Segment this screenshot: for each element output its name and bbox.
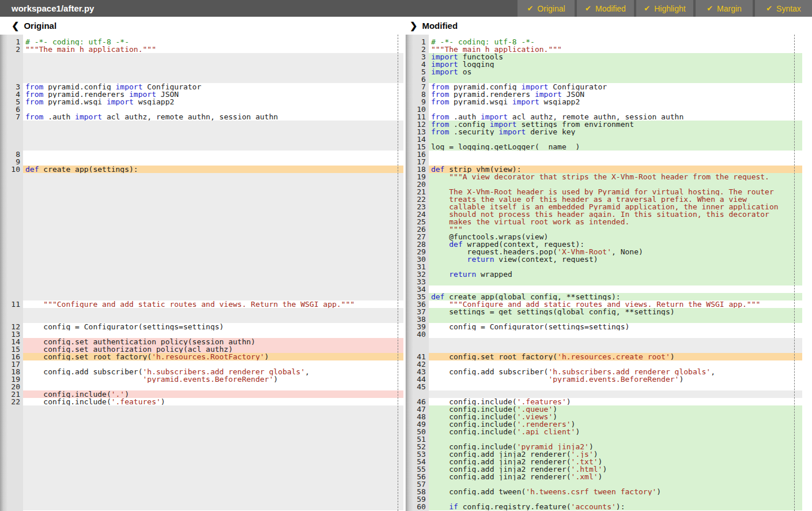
line-number xyxy=(0,233,23,241)
code-line: import logging xyxy=(429,61,802,68)
line-number xyxy=(0,405,23,413)
filler-line xyxy=(429,345,802,353)
filler-line xyxy=(23,248,403,256)
toggle-label: Margin xyxy=(717,4,742,13)
code-line: def create_app(settings): xyxy=(23,166,403,173)
line-number xyxy=(0,248,23,256)
line-number xyxy=(0,458,23,465)
filler-line xyxy=(23,488,403,495)
line-number xyxy=(406,338,429,345)
line-number: 40 xyxy=(406,330,429,338)
line-number xyxy=(0,308,23,315)
code-line: config.include('pyramid_jinja2') xyxy=(429,443,802,450)
line-number xyxy=(0,128,23,136)
code-line: makes the virtual root work as intended. xyxy=(429,218,802,226)
filler-line xyxy=(23,226,403,233)
toggle-modified-button[interactable]: ✔ Modified xyxy=(577,0,634,17)
toggle-margin-button[interactable]: ✔ Margin xyxy=(696,0,753,17)
code-line xyxy=(429,360,802,368)
code-line: """The main h application.""" xyxy=(429,46,802,53)
code-line xyxy=(429,383,802,390)
code-line: config.include('.api_client') xyxy=(429,428,802,435)
original-line-number-gutter: 12345678910111213141516171819202122 xyxy=(0,35,23,511)
toggle-syntax-button[interactable]: ✔ Syntax xyxy=(755,0,812,17)
line-number xyxy=(0,136,23,143)
code-line: from .auth import acl_authz, remote_auth… xyxy=(429,113,802,121)
filler-line xyxy=(23,413,403,420)
line-number xyxy=(0,173,23,181)
code-line: """Configure and add static routes and v… xyxy=(23,300,403,308)
filler-line xyxy=(23,188,403,196)
code-line: settings = get_settings(global_config, *… xyxy=(429,308,802,315)
filler-line xyxy=(23,270,403,278)
pane-headers: ❮ Original ❯ Modified xyxy=(0,17,812,35)
code-line: config.include('.queue') xyxy=(429,405,802,413)
filler-line xyxy=(23,480,403,488)
filler-line xyxy=(23,308,403,315)
code-line: from .config import settings_from_enviro… xyxy=(429,121,802,128)
code-line: """A view decorator that strips the X-Vh… xyxy=(429,173,802,181)
line-number xyxy=(0,218,23,226)
code-line: config = Configurator(settings=settings) xyxy=(23,323,403,330)
code-line: """The main h application.""" xyxy=(23,46,403,53)
filler-line xyxy=(23,121,403,128)
filler-line xyxy=(23,315,403,323)
code-line: return wrapped xyxy=(429,270,802,278)
line-number xyxy=(0,263,23,270)
line-number xyxy=(0,488,23,495)
filler-line xyxy=(23,241,403,248)
code-line: from .auth import acl_authz, remote_auth… xyxy=(23,113,403,121)
code-line: from pyramid.wsgi import wsgiapp2 xyxy=(429,98,802,106)
code-line: config.add_subscriber('h.subscribers.add… xyxy=(23,368,403,375)
code-line xyxy=(23,151,403,158)
toggle-label: Highlight xyxy=(654,4,685,13)
code-line: config.add_jinja2_renderer('.txt') xyxy=(429,458,802,465)
code-line: callable itself is an embedded Pyramid a… xyxy=(429,203,802,211)
line-number xyxy=(0,196,23,203)
code-line: """ xyxy=(429,226,802,233)
code-line: config.include('.views') xyxy=(429,413,802,420)
code-line xyxy=(429,151,802,158)
filler-line xyxy=(23,143,403,151)
line-number: 10 xyxy=(0,166,23,173)
filler-line xyxy=(23,128,403,136)
diff-area: 12345678910111213141516171819202122 # -*… xyxy=(0,35,812,511)
modified-pane[interactable]: 1234567891011121314151617181920212223242… xyxy=(405,35,812,511)
filler-line xyxy=(23,405,403,413)
line-number xyxy=(0,68,23,76)
original-pane[interactable]: 12345678910111213141516171819202122 # -*… xyxy=(0,35,405,511)
filler-line xyxy=(23,278,403,285)
filler-line xyxy=(23,495,403,503)
toggle-highlight-button[interactable]: ✔ Highlight xyxy=(636,0,693,17)
code-line: config.add_jinja2_renderer('.js') xyxy=(429,450,802,458)
original-code-column: # -*- coding: utf-8 -*-"""The main h app… xyxy=(23,35,403,511)
filler-line xyxy=(23,76,403,83)
code-line: import functools xyxy=(429,53,802,61)
line-number: 11 xyxy=(0,300,23,308)
code-line: import os xyxy=(429,68,802,76)
line-number xyxy=(0,188,23,196)
line-number xyxy=(0,495,23,503)
filler-line xyxy=(23,233,403,241)
toggle-original-button[interactable]: ✔ Original xyxy=(518,0,575,17)
code-line: config.set_root_factory('h.resources.cre… xyxy=(429,353,802,360)
title-bar: workspace1/after.py ✔ Original ✔ Modifie… xyxy=(0,0,812,17)
code-line xyxy=(429,278,802,285)
code-line xyxy=(429,495,802,503)
code-line: config.include('.features') xyxy=(23,398,403,405)
filler-line xyxy=(23,173,403,181)
code-line: 'pyramid.events.BeforeRender') xyxy=(23,375,403,383)
filler-line xyxy=(23,68,403,76)
code-line: 'pyramid.events.BeforeRender') xyxy=(429,375,802,383)
code-line: treats the value of this header as a tra… xyxy=(429,196,802,203)
code-line: def create_app(global_config, **settings… xyxy=(429,293,802,300)
code-line: @functools.wraps(view) xyxy=(429,233,802,241)
line-number: 7 xyxy=(0,113,23,121)
code-line: config.set_authorization_policy(acl_auth… xyxy=(23,345,403,353)
code-line xyxy=(429,315,802,323)
code-line xyxy=(23,106,403,113)
modified-code-column: # -*- coding: utf-8 -*-"""The main h app… xyxy=(429,35,802,511)
line-number: 2 xyxy=(0,46,23,53)
filler-line xyxy=(23,256,403,263)
line-number xyxy=(0,270,23,278)
